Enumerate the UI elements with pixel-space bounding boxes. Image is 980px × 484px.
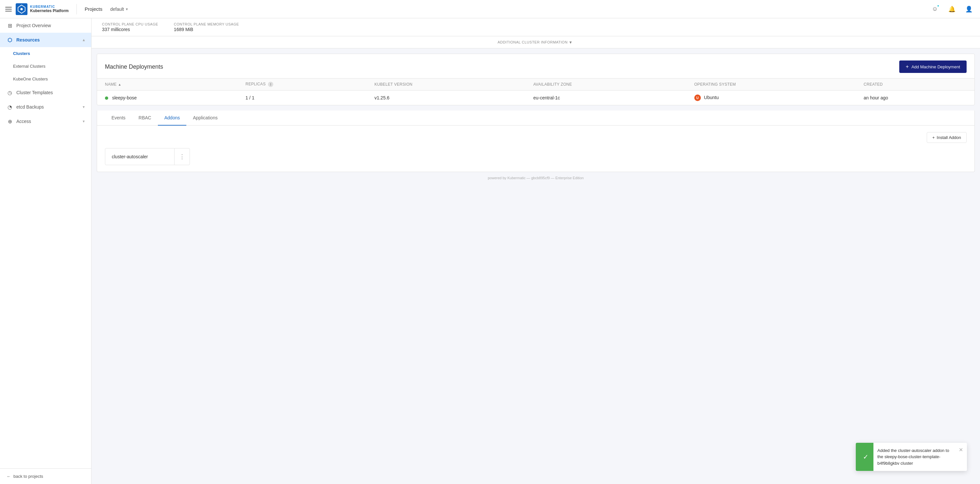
- tabs-bar: Events RBAC Addons Applications: [97, 110, 974, 126]
- add-machine-deployment-button[interactable]: + Add Machine Deployment: [899, 61, 967, 73]
- additional-cluster-info-bar[interactable]: ADDITIONAL CLUSTER INFORMATION ▾: [92, 36, 980, 48]
- sidebar-item-etcd-backups[interactable]: ◔ etcd Backups ▾: [0, 100, 91, 114]
- cell-availability-zone: eu-central-1c: [525, 91, 686, 105]
- main-layout: ⊞ Project Overview ⬡ Resources ▴ Cluster…: [0, 18, 980, 484]
- bell-symbol: 🔔: [948, 6, 956, 13]
- col-created: Created: [856, 78, 974, 91]
- sidebar-item-access[interactable]: ⊕ Access ▾: [0, 114, 91, 129]
- plus-icon: +: [906, 64, 909, 70]
- status-dot-green: [105, 97, 108, 100]
- col-kubelet-version: Kubelet Version: [366, 78, 525, 91]
- menu-hamburger-icon[interactable]: [5, 7, 12, 11]
- sidebar-item-external-clusters[interactable]: External Clusters: [0, 60, 91, 73]
- logo: KUBERMATIC Kubernetes Platform: [16, 3, 68, 15]
- chevron-down-icon: ▾: [570, 40, 572, 45]
- tab-addons[interactable]: Addons: [158, 110, 186, 126]
- topnav-right: ☺ 🔔 👤: [929, 3, 975, 15]
- col-availability-zone: Availability Zone: [525, 78, 686, 91]
- sidebar-item-resources[interactable]: ⬡ Resources ▴: [0, 33, 91, 47]
- tab-rbac[interactable]: RBAC: [132, 110, 158, 126]
- sidebar-item-label: Resources: [16, 37, 40, 43]
- replicas-info-icon[interactable]: i: [268, 82, 273, 87]
- col-operating-system: Operating System: [686, 78, 856, 91]
- metrics-row: Control Plane CPU Usage 337 millicores C…: [102, 22, 970, 32]
- cell-name: sleepy-bose: [97, 91, 238, 105]
- cpu-value: 337 millicores: [102, 27, 158, 32]
- chevron-down-icon: ▾: [83, 105, 85, 109]
- toast-notification: ✓ Added the cluster-autoscaler addon to …: [856, 443, 967, 471]
- tab-actions: + Install Addon: [105, 132, 967, 143]
- svg-point-2: [20, 8, 22, 10]
- deployment-name: sleepy-bose: [112, 95, 137, 100]
- sidebar-item-label: Access: [16, 119, 31, 124]
- tabs-container: Events RBAC Addons Applications + Instal…: [97, 110, 975, 172]
- sidebar: ⊞ Project Overview ⬡ Resources ▴ Cluster…: [0, 18, 92, 484]
- machine-deployments-section: Machine Deployments + Add Machine Deploy…: [97, 54, 975, 105]
- addon-menu-button[interactable]: ⋮: [174, 148, 189, 165]
- cluster-templates-icon: ◷: [6, 89, 13, 96]
- sidebar-item-kubeone-clusters[interactable]: KubeOne Clusters: [0, 73, 91, 85]
- section-header: Machine Deployments + Add Machine Deploy…: [97, 54, 974, 78]
- resources-icon: ⬡: [6, 37, 13, 43]
- cell-kubelet-version: v1.25.6: [366, 91, 525, 105]
- sidebar-item-label: Clusters: [13, 51, 30, 56]
- product-name: Kubernetes Platform: [30, 8, 68, 13]
- main-content: Control Plane CPU Usage 337 millicores C…: [92, 18, 980, 484]
- toast-message: Added the cluster-autoscaler addon to th…: [873, 443, 955, 471]
- nav-divider: [76, 4, 77, 14]
- additional-info-label: ADDITIONAL CLUSTER INFORMATION: [498, 40, 568, 44]
- sidebar-item-cluster-templates[interactable]: ◷ Cluster Templates: [0, 85, 91, 100]
- project-selector[interactable]: default ▾: [108, 5, 130, 13]
- kubermatic-logo-icon: [16, 3, 27, 15]
- back-label: back to projects: [13, 474, 43, 479]
- toast-check-icon: ✓: [858, 443, 873, 471]
- sidebar-item-label: Project Overview: [16, 23, 51, 28]
- user-avatar[interactable]: 👤: [963, 3, 975, 15]
- cell-created: an hour ago: [856, 91, 974, 105]
- sidebar-item-label: etcd Backups: [16, 104, 44, 110]
- tab-applications[interactable]: Applications: [186, 110, 224, 126]
- brand-name: KUBERMATIC: [30, 5, 68, 8]
- tab-events[interactable]: Events: [105, 110, 132, 126]
- cpu-metric: Control Plane CPU Usage 337 millicores: [102, 22, 158, 32]
- memory-value: 1689 MiB: [174, 27, 239, 32]
- chevron-down-icon: ▾: [83, 119, 85, 124]
- etcd-backups-icon: ◔: [6, 103, 13, 110]
- notification-badge: [937, 5, 939, 7]
- sidebar-item-label: Cluster Templates: [16, 90, 53, 95]
- sidebar-item-clusters[interactable]: Clusters: [0, 47, 91, 60]
- footer-text: powered by Kubermatic — gbcb895cf9 — Ent…: [488, 176, 584, 180]
- chevron-up-icon: ▴: [83, 38, 85, 42]
- table-header-row: Name ▴ Replicas i Kubelet Version Availa…: [97, 78, 974, 91]
- table-row[interactable]: sleepy-bose 1 / 1 v1.25.6 eu-central-1c …: [97, 91, 974, 105]
- memory-metric: Control Plane Memory Usage 1689 MiB: [174, 22, 239, 32]
- project-name: default: [110, 6, 124, 12]
- footer: powered by Kubermatic — gbcb895cf9 — Ent…: [92, 172, 980, 184]
- addon-name: cluster-autoscaler: [105, 150, 174, 164]
- install-addon-button[interactable]: + Install Addon: [927, 132, 967, 143]
- cell-replicas: 1 / 1: [238, 91, 367, 105]
- memory-label: Control Plane Memory Usage: [174, 22, 239, 26]
- projects-link[interactable]: Projects: [85, 6, 102, 12]
- machine-deployments-title: Machine Deployments: [105, 64, 163, 70]
- addons-tab-content: + Install Addon cluster-autoscaler ⋮: [97, 126, 974, 172]
- back-arrow-icon: ←: [6, 474, 11, 479]
- sidebar-item-label: KubeOne Clusters: [13, 76, 48, 81]
- dashboard-icon: ⊞: [6, 22, 13, 29]
- notifications-icon[interactable]: 🔔: [946, 3, 958, 15]
- support-icon[interactable]: ☺: [929, 3, 941, 15]
- install-addon-label: Install Addon: [937, 135, 961, 140]
- sidebar-item-label: External Clusters: [13, 64, 45, 68]
- cpu-label: Control Plane CPU Usage: [102, 22, 158, 26]
- col-name: Name ▴: [97, 78, 238, 91]
- add-btn-label: Add Machine Deployment: [912, 64, 960, 69]
- ubuntu-icon: U: [694, 94, 701, 101]
- col-replicas: Replicas i: [238, 78, 367, 91]
- back-to-projects-link[interactable]: ← back to projects: [6, 474, 85, 479]
- addon-row: cluster-autoscaler ⋮: [105, 148, 190, 165]
- sort-asc-icon: ▴: [119, 82, 121, 87]
- sidebar-item-project-overview[interactable]: ⊞ Project Overview: [0, 18, 91, 33]
- metrics-section: Control Plane CPU Usage 337 millicores C…: [92, 18, 980, 36]
- user-symbol: 👤: [965, 6, 972, 13]
- toast-close-button[interactable]: ✕: [955, 443, 967, 456]
